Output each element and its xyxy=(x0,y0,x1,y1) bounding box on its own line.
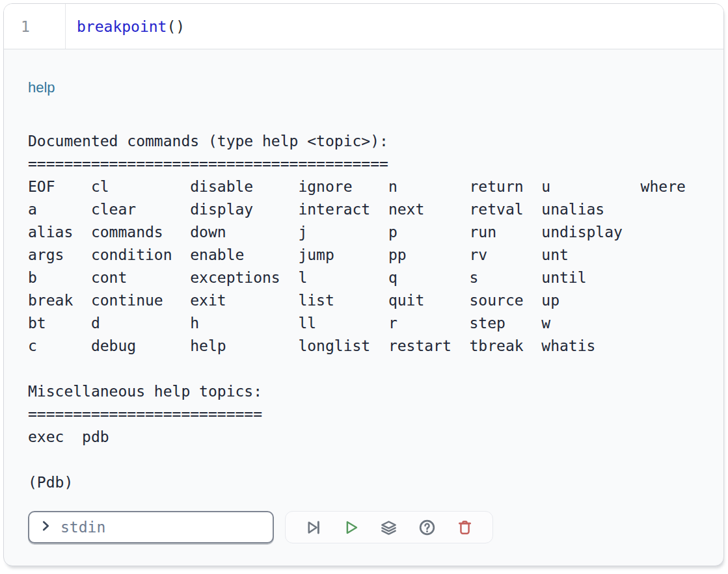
stdin-input[interactable] xyxy=(53,519,266,536)
stdin-box[interactable] xyxy=(28,511,274,543)
command-echo: help xyxy=(28,78,699,98)
layers-icon xyxy=(380,519,398,536)
output-panel: help Documented commands (type help <top… xyxy=(4,49,723,543)
code-line[interactable]: breakpoint() xyxy=(66,4,185,49)
stack-button[interactable] xyxy=(379,517,399,538)
step-forward-icon xyxy=(304,519,322,536)
code-parens: () xyxy=(167,18,185,35)
console-output: Documented commands (type help <topic>):… xyxy=(28,130,699,494)
clear-button[interactable] xyxy=(455,517,475,538)
code-editor[interactable]: 1 breakpoint() xyxy=(4,4,723,49)
chevron-right-icon xyxy=(38,519,53,536)
run-button[interactable] xyxy=(341,517,361,538)
io-row xyxy=(28,511,699,543)
play-icon xyxy=(342,519,360,536)
line-number-gutter: 1 xyxy=(4,4,66,49)
code-builtin: breakpoint xyxy=(77,18,167,35)
step-button[interactable] xyxy=(303,517,323,538)
debug-toolbar xyxy=(285,511,493,543)
question-circle-icon xyxy=(418,519,436,536)
line-number: 1 xyxy=(21,18,30,35)
help-button[interactable] xyxy=(417,517,437,538)
trash-icon xyxy=(456,519,474,536)
python-debugger-widget: 1 breakpoint() help Documented commands … xyxy=(3,3,724,566)
